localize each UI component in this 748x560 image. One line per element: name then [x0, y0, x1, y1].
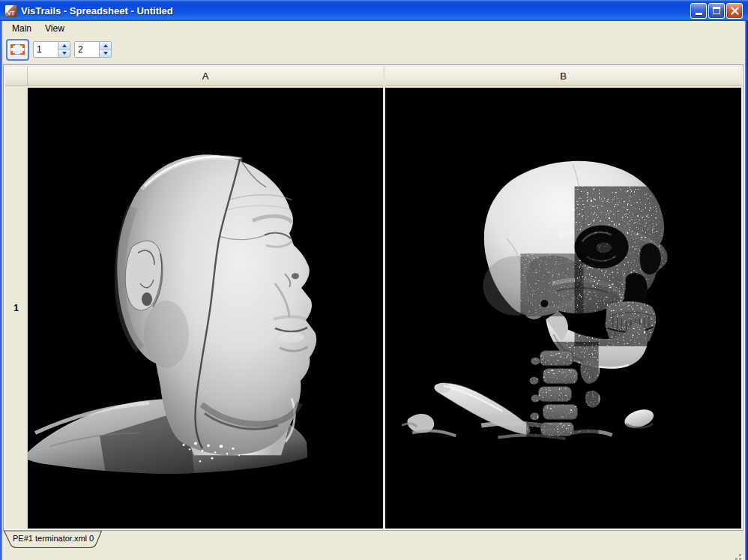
column-header-b[interactable]: B: [385, 67, 741, 86]
vistrails-spreadsheet-window: VT VisTrails - Spreadsheet - Untitled Ma…: [0, 0, 748, 560]
resize-grip[interactable]: [739, 554, 741, 556]
vistrails-logo-icon: VT: [4, 4, 17, 17]
fullscreen-corners-icon: [10, 44, 25, 55]
row-count-value[interactable]: 1: [34, 42, 58, 57]
menu-item-main[interactable]: Main: [5, 22, 38, 35]
skull-render-image: [385, 88, 741, 529]
window-title: VisTrails - Spreadsheet - Untitled: [21, 5, 690, 16]
arrow-up-icon: [62, 44, 67, 47]
window-controls: [690, 3, 743, 19]
fullscreen-button[interactable]: [6, 39, 29, 61]
grid-corner-header[interactable]: [5, 67, 28, 86]
titlebar: VT VisTrails - Spreadsheet - Untitled: [0, 0, 748, 21]
menubar: Main View: [2, 21, 745, 35]
spreadsheet-cell-b1[interactable]: [385, 88, 741, 529]
maximize-button[interactable]: [708, 3, 725, 19]
head-skin-render-image: [28, 88, 383, 529]
spreadsheet-row-1: 1: [5, 88, 741, 529]
arrow-down-icon: [103, 52, 108, 55]
sheet-tabbar: PE#1 terminator.xml 0: [2, 531, 745, 551]
tab-label: PE#1 terminator.xml 0: [13, 534, 94, 543]
column-count-spin-buttons: [99, 42, 111, 57]
row-header-1[interactable]: 1: [5, 88, 28, 529]
close-icon: [731, 7, 739, 15]
row-count-spin-buttons: [58, 42, 70, 57]
arrow-down-icon: [62, 52, 67, 55]
column-count-up-button[interactable]: [100, 42, 111, 50]
spreadsheet-grid: A B 1: [3, 64, 744, 531]
column-count-down-button[interactable]: [100, 50, 111, 58]
column-header-a[interactable]: A: [28, 67, 383, 86]
row-count-down-button[interactable]: [58, 50, 70, 58]
window-frame-right: [745, 0, 748, 560]
minimize-icon: [696, 13, 702, 15]
maximize-icon: [713, 7, 720, 14]
spreadsheet-cell-a1[interactable]: [28, 88, 383, 529]
column-header-row: A B: [5, 67, 741, 86]
sheet-tab[interactable]: PE#1 terminator.xml 0: [3, 531, 103, 550]
minimize-button[interactable]: [690, 3, 707, 19]
window-frame-left: [0, 0, 2, 560]
column-count-spinbox[interactable]: 2: [74, 41, 112, 58]
close-button[interactable]: [726, 3, 743, 19]
column-count-value[interactable]: 2: [75, 42, 99, 57]
row-count-spinbox[interactable]: 1: [33, 41, 70, 58]
toolbar: 1 2: [2, 35, 745, 64]
row-count-up-button[interactable]: [58, 42, 70, 50]
arrow-up-icon: [103, 44, 108, 47]
menu-item-view[interactable]: View: [38, 22, 71, 35]
